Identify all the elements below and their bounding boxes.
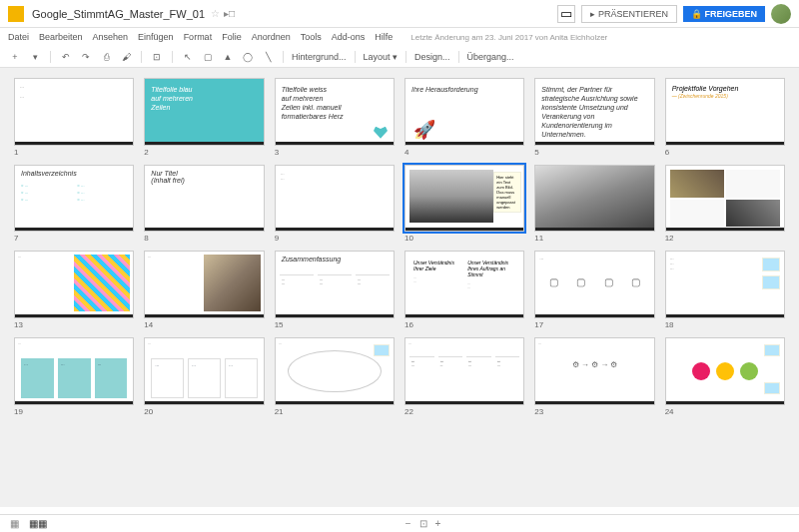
- design-button[interactable]: Design...: [414, 52, 450, 62]
- present-label: PRÄSENTIEREN: [598, 9, 668, 19]
- slide-number: 4: [404, 148, 524, 157]
- slides-logo-icon: [8, 6, 24, 22]
- slide-number: 7: [14, 234, 134, 243]
- shape-button[interactable]: ◯: [241, 50, 255, 64]
- slide-number: 20: [144, 407, 264, 416]
- slide-number: 3: [275, 148, 395, 157]
- line-button[interactable]: ╲: [261, 50, 275, 64]
- transition-button[interactable]: Übergang...: [467, 52, 514, 62]
- slide-thumbnail[interactable]: Titelfolie blauauf mehrerenZeilen2: [144, 78, 264, 157]
- slide-thumbnail[interactable]: ……1: [14, 78, 134, 157]
- slide-thumbnail[interactable]: Titelfolie weissauf mehrerenZeilen inkl.…: [275, 78, 395, 157]
- cursor-icon[interactable]: ↖: [181, 50, 195, 64]
- slide-thumbnail[interactable]: …………20: [144, 337, 264, 416]
- slide-thumbnail[interactable]: Projektfolie Vorgehen— (Zwischenrunde 20…: [665, 78, 785, 157]
- doc-title[interactable]: Google_StimmtAG_Master_FW_01: [32, 8, 205, 20]
- slide-number: 18: [665, 320, 785, 329]
- new-slide-button[interactable]: +: [8, 50, 22, 64]
- slide-thumbnail[interactable]: Inhaltsverzeichnis○ …○ …○ …○ …○ …○ …7: [14, 165, 134, 244]
- menu-ansehen[interactable]: Ansehen: [93, 32, 129, 42]
- toolbar: + ▾ ↶ ↷ ⎙ 🖌 ⊡ ↖ ▢ ▲ ◯ ╲ Hintergrund... L…: [0, 46, 799, 68]
- menu-anordnen[interactable]: Anordnen: [252, 32, 291, 42]
- comments-button[interactable]: ▭: [557, 5, 575, 23]
- slide-number: 14: [144, 320, 264, 329]
- star-icon[interactable]: ☆: [211, 8, 220, 19]
- slide-thumbnail[interactable]: …14: [144, 251, 264, 329]
- print-button[interactable]: ⎙: [99, 50, 113, 64]
- share-label: FREIGEBEN: [704, 9, 757, 19]
- folder-icon[interactable]: ▸□: [224, 8, 235, 19]
- slide-thumbnail[interactable]: 24: [665, 337, 785, 416]
- textbox-button[interactable]: ▢: [201, 50, 215, 64]
- slide-thumbnail[interactable]: …⚙ → ⚙ → ⚙23: [534, 337, 654, 416]
- zoom-fit-button[interactable]: ⊡: [150, 50, 164, 64]
- slide-number: 8: [144, 234, 264, 243]
- slide-thumbnail[interactable]: 12: [665, 165, 785, 244]
- slide-thumbnail[interactable]: …21: [275, 337, 395, 416]
- paint-format-button[interactable]: 🖌: [119, 50, 133, 64]
- slide-number: 12: [665, 234, 785, 243]
- slide-thumbnail[interactable]: 11: [534, 165, 654, 244]
- slide-number: 22: [404, 407, 524, 416]
- slide-thumbnail[interactable]: …▢▢▢▢17: [534, 251, 654, 329]
- chevron-down-icon[interactable]: ▾: [28, 50, 42, 64]
- slide-thumbnail[interactable]: …………19: [14, 337, 134, 416]
- menu-datei[interactable]: Datei: [8, 32, 29, 42]
- slide-thumbnail[interactable]: …13: [14, 251, 134, 329]
- slide-thumbnail[interactable]: …▭…▭…▭…▭…22: [404, 337, 524, 416]
- slide-thumbnail[interactable]: ………18: [665, 251, 785, 329]
- menu-folie[interactable]: Folie: [222, 32, 242, 42]
- grid-view-icon[interactable]: ▦▦: [29, 518, 47, 529]
- background-button[interactable]: Hintergrund...: [292, 52, 347, 62]
- menu-einfuegen[interactable]: Einfügen: [138, 32, 174, 42]
- zoom-in-button[interactable]: +: [435, 518, 441, 529]
- menu-addons[interactable]: Add-ons: [332, 32, 366, 42]
- zoom-reset-button[interactable]: ⊡: [419, 518, 427, 529]
- filmstrip-view-icon[interactable]: ▦: [10, 518, 19, 529]
- slide-number: 5: [534, 148, 654, 157]
- menu-bearbeiten[interactable]: Bearbeiten: [39, 32, 83, 42]
- share-button[interactable]: 🔒 FREIGEBEN: [683, 6, 765, 22]
- avatar[interactable]: [771, 4, 791, 24]
- slide-number: 13: [14, 320, 134, 329]
- undo-button[interactable]: ↶: [59, 50, 73, 64]
- slide-number: 24: [665, 407, 785, 416]
- slide-thumbnail[interactable]: Nur Titel(Inhalt frei)8: [144, 165, 264, 244]
- slide-number: 9: [275, 234, 395, 243]
- slide-thumbnail[interactable]: Hier steht ein Textzum Bild. Das mussman…: [404, 165, 524, 244]
- slide-number: 17: [534, 320, 654, 329]
- redo-button[interactable]: ↷: [79, 50, 93, 64]
- menu-bar: Datei Bearbeiten Ansehen Einfügen Format…: [0, 28, 799, 46]
- menu-hilfe[interactable]: Hilfe: [375, 32, 393, 42]
- last-modified: Letzte Änderung am 23. Juni 2017 von Ani…: [410, 33, 607, 42]
- slide-thumbnail[interactable]: Zusammenfassung………………15: [275, 251, 395, 329]
- layout-button[interactable]: Layout ▾: [364, 52, 399, 62]
- slide-thumbnail[interactable]: Stimmt, der Partner fürstrategische Ausr…: [534, 78, 654, 157]
- slide-thumbnail[interactable]: ……9: [275, 165, 395, 244]
- slide-number: 16: [404, 320, 524, 329]
- menu-tools[interactable]: Tools: [301, 32, 322, 42]
- status-bar: ▦ ▦▦ − ⊡ +: [0, 514, 799, 532]
- slide-number: 21: [275, 407, 395, 416]
- slide-number: 11: [534, 234, 654, 243]
- slide-number: 19: [14, 407, 134, 416]
- image-button[interactable]: ▲: [221, 50, 235, 64]
- present-button[interactable]: ▸ PRÄSENTIEREN: [581, 5, 677, 23]
- slide-number: 15: [275, 320, 395, 329]
- slide-thumbnail[interactable]: Ihre Herausforderung🚀4: [404, 78, 524, 157]
- slide-number: 10: [404, 234, 524, 243]
- slide-number: 2: [144, 148, 264, 157]
- slide-number: 1: [14, 148, 134, 157]
- header-bar: Google_StimmtAG_Master_FW_01 ☆ ▸□ ▭ ▸ PR…: [0, 0, 799, 28]
- slide-grid-view: ……1Titelfolie blauauf mehrerenZeilen2Tit…: [0, 68, 799, 507]
- slide-thumbnail[interactable]: Unser VerständnisIhrer Ziele……Unser Vers…: [404, 251, 524, 329]
- slide-number: 6: [665, 148, 785, 157]
- slide-number: 23: [534, 407, 654, 416]
- menu-format[interactable]: Format: [184, 32, 213, 42]
- zoom-out-button[interactable]: −: [405, 518, 411, 529]
